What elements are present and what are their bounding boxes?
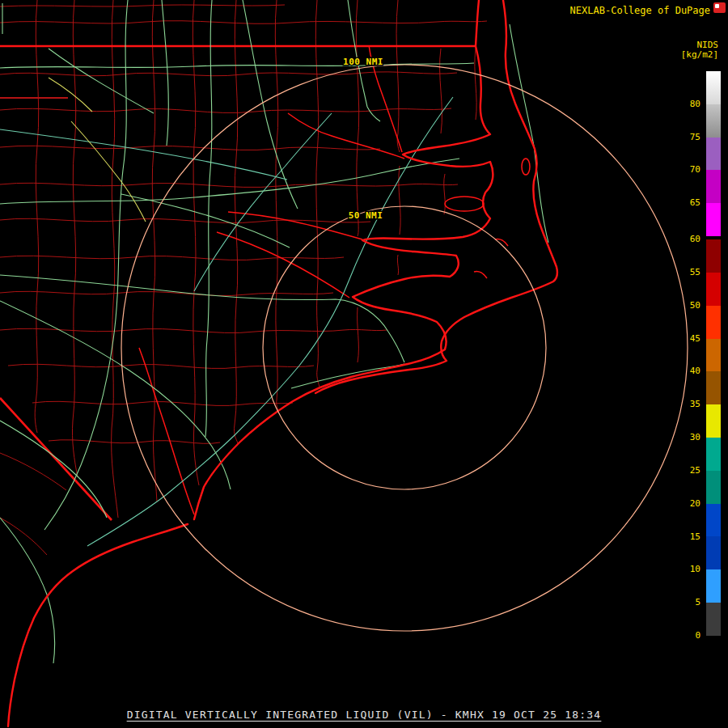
roanoke-river bbox=[288, 113, 404, 159]
colorbar-tick-label: 20 bbox=[690, 498, 700, 510]
colorbar-tick-label: 75 bbox=[690, 132, 700, 143]
cod-flag-icon bbox=[713, 2, 726, 13]
range-ring-50nmi bbox=[263, 206, 546, 489]
colorbar-band bbox=[706, 371, 721, 404]
colorbar-band bbox=[706, 603, 721, 636]
colorbar-tick-labels: 80757065605550454035302520151050 bbox=[673, 71, 700, 637]
tar-river bbox=[228, 212, 362, 239]
rivers bbox=[139, 45, 530, 514]
colorbar-tick-label: 0 bbox=[695, 630, 700, 641]
colorbar-tick-label: 70 bbox=[690, 164, 700, 176]
colorbar-tick-label: 60 bbox=[690, 234, 700, 245]
colorbar: 80757065605550454035302520151050 bbox=[672, 71, 721, 637]
colorbar-band bbox=[706, 71, 721, 104]
colorbar-tick-label: 10 bbox=[690, 564, 700, 575]
cape-fear-to-sc-coast bbox=[8, 524, 188, 726]
lake-mattamuskeet bbox=[445, 197, 484, 211]
header-title: NEXLAB-College of DuPage bbox=[570, 5, 710, 16]
cape-fear-river bbox=[139, 348, 194, 514]
colorbar-tick-label: 40 bbox=[690, 366, 700, 377]
colorbar-band bbox=[706, 471, 721, 504]
colorbar-band bbox=[706, 504, 721, 537]
colorbar-band bbox=[706, 438, 721, 471]
colorbar-band bbox=[706, 239, 721, 273]
colorbar-band bbox=[706, 306, 721, 339]
colorbar-tick-label: 5 bbox=[695, 597, 700, 608]
colorbar-units: [kg/m2] bbox=[681, 50, 718, 60]
mainland-coast bbox=[194, 0, 493, 519]
colorbar-tick-label: 80 bbox=[690, 99, 700, 110]
colorbar-band bbox=[706, 339, 721, 372]
coastline bbox=[8, 0, 557, 726]
colorbar-scale bbox=[706, 71, 721, 636]
ring-label-100nmi: 100 NMI bbox=[343, 57, 383, 67]
colorbar-tick-label: 35 bbox=[690, 399, 700, 410]
roanoke-island bbox=[522, 159, 530, 175]
header: NEXLAB-College of DuPage bbox=[570, 5, 710, 16]
colorbar-header: NIDS [kg/m2] bbox=[681, 40, 718, 60]
colorbar-band bbox=[706, 273, 721, 306]
colorbar-band bbox=[706, 203, 721, 236]
colorbar-band bbox=[706, 104, 721, 138]
nc-sc-border bbox=[0, 398, 112, 520]
colorbar-tick-label: 55 bbox=[690, 267, 700, 278]
colorbar-tick-label: 50 bbox=[690, 300, 700, 311]
colorbar-tick-label: 45 bbox=[690, 333, 700, 345]
colorbar-band bbox=[706, 569, 721, 603]
ring-label-50nmi: 50 NMI bbox=[349, 210, 383, 221]
radar-map: 50 NMI 100 NMI bbox=[0, 0, 728, 728]
colorbar-tick-label: 30 bbox=[690, 432, 700, 443]
roads-yellow bbox=[49, 78, 146, 222]
colorbar-band bbox=[706, 138, 721, 171]
colorbar-band bbox=[706, 536, 721, 569]
colorbar-band bbox=[706, 170, 721, 203]
colorbar-tick-label: 15 bbox=[690, 531, 700, 543]
product-caption: DIGITAL VERTICALLY INTEGRATED LIQUID (VI… bbox=[0, 709, 728, 721]
radar-viewport: 50 NMI 100 NMI NEXLAB-College of DuPage … bbox=[0, 0, 728, 728]
colorbar-tick-label: 25 bbox=[690, 465, 700, 476]
colorbar-tick-label: 65 bbox=[690, 197, 700, 209]
colorbar-band bbox=[706, 404, 721, 438]
